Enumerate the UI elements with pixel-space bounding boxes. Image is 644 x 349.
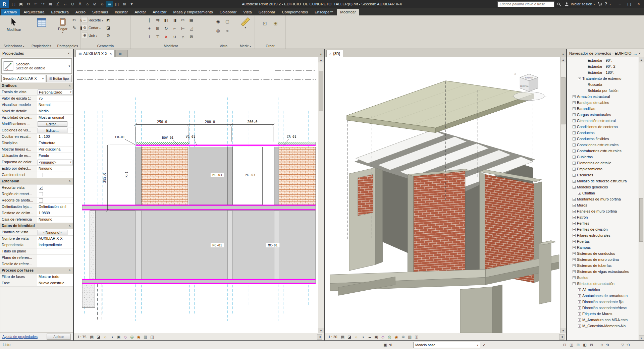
- property-value[interactable]: Por disciplina: [37, 147, 73, 153]
- crop-view-icon[interactable]: ▣: [115, 334, 122, 340]
- roof-slab[interactable]: [136, 142, 316, 146]
- tree-expander-icon[interactable]: +: [573, 210, 576, 213]
- property-row[interactable]: Dependencia Independiente: [0, 242, 73, 248]
- view-tab-3d[interactable]: ⌂ {3D}: [326, 50, 343, 57]
- tree-item[interactable]: + Anotaciones de armadura n: [567, 293, 639, 299]
- property-value[interactable]: Estructura: [37, 140, 73, 146]
- type-selector-caret-icon[interactable]: ▾: [68, 64, 70, 68]
- property-row[interactable]: Modificaciones ... Editar...: [0, 121, 73, 127]
- section-drawing-area[interactable]: 250.0 200.0 200.0 285.0 K-1 CR-01 BOV-01…: [74, 57, 318, 333]
- upper-walls[interactable]: [136, 147, 316, 205]
- property-row[interactable]: Desfase de delim... 1.9839: [0, 210, 73, 217]
- filter-icon[interactable]: ▽: [620, 342, 626, 348]
- type-selector[interactable]: Sección Sección de edificio ▾: [1, 58, 72, 74]
- property-checkbox[interactable]: [39, 198, 43, 202]
- scrollbar-thumb[interactable]: [639, 198, 643, 242]
- tree-expander-icon[interactable]: +: [573, 101, 576, 104]
- vertical-scrollbar[interactable]: ▲ ▼: [318, 57, 324, 333]
- crop-view-icon[interactable]: ▣: [373, 334, 379, 340]
- tree-expander-icon[interactable]: +: [578, 294, 581, 297]
- properties-help-link[interactable]: Ayuda de propiedades: [2, 335, 38, 339]
- tree-expander-icon[interactable]: +: [573, 198, 576, 201]
- aligned-dimension-icon[interactable]: ↔: [62, 1, 69, 7]
- tree-expander-icon[interactable]: +: [573, 119, 576, 122]
- properties-palette-button[interactable]: [35, 16, 48, 28]
- search-input[interactable]: [497, 1, 554, 7]
- roof-slab-3d[interactable]: [347, 81, 534, 133]
- property-row[interactable]: Recortar vista: [0, 185, 73, 191]
- shadows-icon[interactable]: ◑: [360, 334, 366, 340]
- property-checkbox[interactable]: [39, 186, 43, 190]
- tab-modificar[interactable]: Modificar: [337, 9, 359, 15]
- property-value[interactable]: Medio: [37, 108, 73, 114]
- tab-insertar[interactable]: Insertar: [111, 9, 131, 15]
- tree-expander-icon[interactable]: +: [573, 240, 576, 243]
- tree-item[interactable]: + A1 métrico: [567, 287, 639, 293]
- property-row[interactable]: Camino de sol: [0, 172, 73, 178]
- property-value[interactable]: 75: [37, 96, 73, 102]
- panel-label-crear[interactable]: Crear: [255, 43, 285, 49]
- tree-item[interactable]: + Muros: [567, 202, 639, 208]
- property-row[interactable]: Caja de referencia Ninguno: [0, 217, 73, 223]
- sun-settings-icon[interactable]: ☼: [99, 1, 106, 7]
- tree-expander-icon[interactable]: +: [573, 107, 576, 110]
- properties-header[interactable]: Propiedades ×: [0, 49, 73, 57]
- panel-label-portapapeles[interactable]: Portapapeles: [55, 43, 80, 49]
- property-value[interactable]: <ninguno>: [38, 160, 72, 165]
- grid-bubble-text[interactable]: K-1: [125, 171, 128, 177]
- tree-item[interactable]: + Condiciones de contorno: [567, 124, 639, 130]
- property-row[interactable]: Opciones de vis... Editar...: [0, 127, 73, 134]
- tab-gestionar[interactable]: Gestionar: [255, 9, 279, 15]
- align-icon[interactable]: ∥: [146, 16, 153, 23]
- cut-icon[interactable]: ✂: [71, 16, 78, 23]
- tab-analizar[interactable]: Analizar: [149, 9, 170, 15]
- scroll-up-icon[interactable]: ▲: [560, 57, 566, 62]
- switch-windows-icon[interactable]: ◫: [113, 1, 120, 7]
- 3d-drawing-area[interactable]: SUPERIOR FRONTAL ⌂: [325, 57, 560, 333]
- temporary-view-properties-icon[interactable]: ▥: [142, 334, 149, 340]
- property-row[interactable]: Ubicación de es... Fondo: [0, 153, 73, 159]
- property-value[interactable]: AUXILIAR X-X: [37, 236, 73, 242]
- background-processes-icon[interactable]: ⊡: [562, 342, 568, 348]
- tree-expander-icon[interactable]: +: [573, 174, 576, 177]
- paint-icon[interactable]: ◩: [105, 16, 112, 23]
- app-store-cart-icon[interactable]: [597, 2, 602, 7]
- modify-button[interactable]: Modificar: [5, 16, 23, 33]
- tree-expander-icon[interactable]: [583, 89, 586, 92]
- create-group-icon[interactable]: ⊡: [261, 18, 269, 28]
- tree-expander-icon[interactable]: +: [578, 306, 581, 309]
- tag-icon[interactable]: ⊙: [69, 1, 76, 7]
- property-row[interactable]: Proceso por fases: [0, 268, 73, 274]
- view-tab-auxiliar-x-x[interactable]: ▤ AUXILIAR X-X ×: [75, 50, 115, 57]
- design-options-combo[interactable]: Modelo base: [413, 342, 480, 348]
- tab-arquitectura[interactable]: Arquitectura: [20, 9, 48, 15]
- view-tab-menu-icon[interactable]: ▾: [560, 53, 566, 57]
- temporary-hide-isolate-icon[interactable]: ◎: [386, 334, 393, 340]
- property-value[interactable]: Editar...: [38, 121, 67, 127]
- project-browser-header[interactable]: Navegador de proyectos - EDIFICIO_... ×: [567, 49, 644, 57]
- active-workset-icon[interactable]: ▣: [382, 342, 388, 348]
- reveal-hidden-icon[interactable]: ◉: [393, 334, 399, 340]
- worksharing-icon[interactable]: ◫: [569, 342, 574, 348]
- tree-item[interactable]: + M_Armadura con MRA estn: [567, 317, 639, 323]
- property-row[interactable]: Recorte de anota...: [0, 197, 73, 204]
- tree-item[interactable]: − Símbolos de anotación: [567, 281, 639, 287]
- property-value[interactable]: Delimitación sin l: [37, 204, 73, 210]
- column-1[interactable]: [136, 147, 141, 205]
- show-crop-icon[interactable]: ◇: [122, 334, 128, 340]
- concrete-column[interactable]: [90, 211, 96, 279]
- vertical-scrollbar[interactable]: ▲ ▼: [560, 57, 566, 333]
- pin-icon[interactable]: ⊥: [146, 33, 153, 40]
- property-row[interactable]: Nivel de detalle Medio: [0, 108, 73, 115]
- view-tab-secondary[interactable]: ▦ -: [115, 50, 127, 57]
- save-icon[interactable]: ▣: [17, 1, 24, 7]
- shadows-icon[interactable]: ◑: [109, 334, 115, 340]
- tree-expander-icon[interactable]: [583, 83, 586, 86]
- property-value[interactable]: [37, 248, 73, 254]
- tree-expander-icon[interactable]: +: [573, 276, 576, 279]
- help-icon[interactable]: ?: [605, 2, 607, 6]
- tab-complementos[interactable]: Complementos: [279, 9, 311, 15]
- property-row[interactable]: Nombre de vista AUXILIAR X-X: [0, 236, 73, 242]
- rotate-icon[interactable]: ↻: [163, 25, 170, 32]
- panel-label-propiedades[interactable]: Propiedades: [28, 43, 55, 49]
